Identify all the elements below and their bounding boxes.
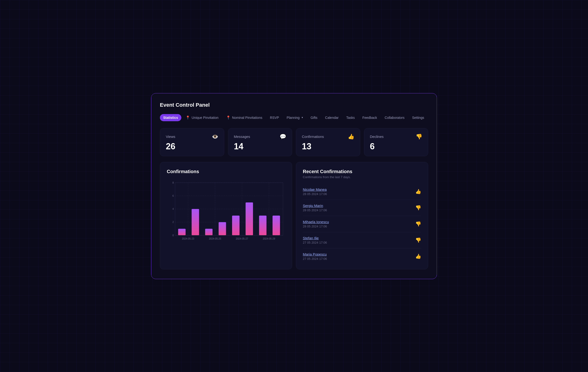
nav-label: Calendar [325,116,338,120]
nav-item-feedback[interactable]: Feedback [359,114,380,121]
svg-text:2024-05-25: 2024-05-25 [209,238,221,240]
thumbs-down-icon: 👎 [415,205,421,210]
recent-item-info: Sergiu Marin 28 05 2024 17:06 [303,204,327,212]
stat-icon: 💬 [280,134,286,140]
svg-text:2024-05-23: 2024-05-23 [182,238,194,240]
recent-item-name[interactable]: Stefan Ilie [303,236,327,240]
stat-card-header: Confirmations 👍 [302,134,354,140]
panel-title: Event Control Panel [160,102,428,108]
stats-row: Views 👁️ 26 Messages 💬 14 Confirmations … [160,128,428,156]
recent-item-name[interactable]: Nicolae Manea [303,187,327,191]
main-panel: Event Control Panel Statistics📍Unique Pi… [151,93,437,279]
recent-item-date: 28 05 2024 17:06 [303,208,327,212]
chart-container: 024682024-05-232024-05-252024-05-272024-… [167,175,285,251]
nav-item-nominal-pinvitations[interactable]: 📍Nominal Pinvitations [223,114,266,122]
stat-card-messages: Messages 💬 14 [228,128,292,156]
stat-label: Confirmations [302,134,324,139]
nav-label: Collaborators [385,116,404,120]
recent-item-info: Nicolae Manea 28 05 2024 17:06 [303,187,327,196]
nav-item-settings[interactable]: Settings [409,114,428,121]
recent-item: Nicolae Manea 28 05 2024 17:06 👍 [303,184,421,200]
svg-text:4: 4 [172,208,174,210]
svg-text:6: 6 [172,195,174,197]
svg-rect-22 [232,216,240,235]
stat-icon: 👁️ [212,134,218,140]
stat-value: 6 [370,142,422,151]
stat-card-confirmations: Confirmations 👍 13 [296,128,360,156]
nav-item-unique-pinvitation[interactable]: 📍Unique Pinvitation [182,114,222,122]
recent-item-name[interactable]: Mihaela Ionescu [303,220,329,224]
nav-icon: 📍 [186,115,190,120]
nav-label: Gifts [311,116,318,120]
svg-rect-24 [259,216,266,235]
nav-item-statistics[interactable]: Statistics [160,114,181,121]
nav-label: Settings [412,116,424,120]
main-nav: Statistics📍Unique Pinvitation📍Nominal Pi… [160,114,428,122]
recent-item: Mihaela Ionescu 28 05 2024 17:06 👎 [303,216,421,232]
nav-item-gifts[interactable]: Gifts [307,114,321,121]
thumbs-down-icon: 👎 [415,237,421,243]
stat-value: 26 [166,142,218,151]
recent-item-date: 28 05 2024 17:06 [303,225,329,228]
recent-subtitle: Confirmations from the last 7 days. [303,175,421,179]
svg-rect-18 [178,229,186,235]
nav-label: Feedback [362,116,377,120]
svg-rect-21 [219,222,226,235]
nav-item-rsvp[interactable]: RSVP [267,114,282,121]
recent-item-name[interactable]: Sergiu Marin [303,204,327,208]
svg-text:2024-05-29: 2024-05-29 [263,238,275,240]
recent-item-info: Stefan Ilie 27 05 2024 17:06 [303,236,327,244]
recent-item: Sergiu Marin 28 05 2024 17:06 👎 [303,200,421,216]
nav-label: RSVP [270,116,279,120]
nav-item-tasks[interactable]: Tasks [343,114,358,121]
recent-item: Stefan Ilie 27 05 2024 17:06 👎 [303,232,421,248]
nav-item-collaborators[interactable]: Collaborators [381,114,408,121]
svg-text:2: 2 [172,221,174,223]
nav-item-calendar[interactable]: Calendar [322,114,342,121]
recent-item-date: 27 05 2024 17:06 [303,257,327,260]
recent-item: Maria Popescu 27 05 2024 17:06 👍 [303,248,421,264]
svg-rect-25 [273,216,280,235]
nav-label: Tasks [346,116,355,120]
nav-label: Planning [287,116,300,120]
nav-icon: 📍 [226,115,231,120]
stat-card-header: Views 👁️ [166,134,218,140]
stat-label: Views [166,134,175,139]
recent-list: Nicolae Manea 28 05 2024 17:06 👍 Sergiu … [303,184,421,264]
recent-title: Recent Confirmations [303,169,421,174]
stat-label: Declines [370,134,384,139]
stat-label: Messages [234,134,250,139]
nav-label: Nominal Pinvitations [232,116,262,120]
nav-label: Statistics [163,116,178,120]
bar-chart: 024682024-05-232024-05-252024-05-272024-… [167,175,285,251]
stat-value: 13 [302,142,354,151]
thumbs-down-icon: 👎 [415,221,421,227]
chart-title: Confirmations [167,169,285,174]
svg-rect-23 [246,202,253,235]
stat-card-declines: Declines 👎 6 [364,128,428,156]
stat-card-header: Declines 👎 [370,134,422,140]
recent-card: Recent Confirmations Confirmations from … [296,162,428,269]
svg-text:8: 8 [172,181,174,184]
svg-rect-19 [191,209,199,235]
nav-item-planning[interactable]: Planning▾ [283,114,306,121]
recent-item-info: Mihaela Ionescu 28 05 2024 17:06 [303,220,329,228]
chart-card: Confirmations 024682024-05-232024-05-252… [160,162,292,269]
stat-icon: 👎 [416,134,422,140]
svg-text:2024-05-27: 2024-05-27 [236,238,248,240]
recent-item-info: Maria Popescu 27 05 2024 17:06 [303,252,327,260]
recent-item-date: 28 05 2024 17:06 [303,192,327,196]
nav-label: Unique Pinvitation [191,116,219,120]
stat-icon: 👍 [348,134,354,140]
chevron-down-icon: ▾ [302,116,303,119]
thumbs-up-icon: 👍 [415,253,421,259]
recent-item-name[interactable]: Maria Popescu [303,252,327,256]
stat-card-header: Messages 💬 [234,134,286,140]
svg-text:0: 0 [172,234,174,237]
thumbs-up-icon: 👍 [415,189,421,194]
stat-value: 14 [234,142,286,151]
svg-rect-20 [205,229,212,235]
bottom-row: Confirmations 024682024-05-232024-05-252… [160,162,428,269]
recent-item-date: 27 05 2024 17:06 [303,241,327,244]
stat-card-views: Views 👁️ 26 [160,128,224,156]
